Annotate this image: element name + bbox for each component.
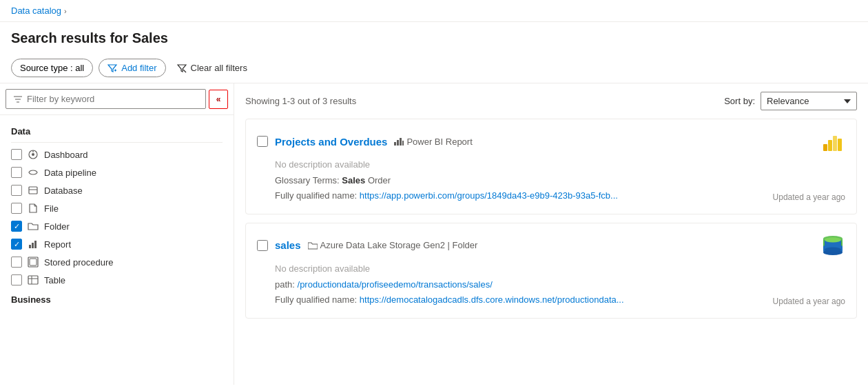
folder-icon xyxy=(28,221,39,232)
result-card-1-meta: Glossary Terms: Sales Order Fully qualif… xyxy=(275,174,845,204)
filter-bar: Source type : all Add filter Clear all f… xyxy=(0,53,868,83)
sidebar-checkbox-database[interactable] xyxy=(11,185,22,196)
result-card-2-description: No description available xyxy=(275,263,845,274)
funnel-clear-icon xyxy=(177,63,187,73)
svg-rect-12 xyxy=(30,259,37,265)
source-type-filter[interactable]: Source type : all xyxy=(11,59,93,77)
result-card-projects-overdues: Projects and Overdues Power BI Report xyxy=(245,119,857,214)
result-card-2-fqn-link[interactable]: https://democatalogadcadls.dfs.core.wind… xyxy=(360,294,624,305)
result-card-1-fqn-link[interactable]: https://app.powerbi.com/groups/1849da43-… xyxy=(360,190,618,201)
search-results-content: Showing 1-3 out of 3 results Sort by: Re… xyxy=(234,83,868,385)
result-card-2-type: Azure Data Lake Storage Gen2 | Folder xyxy=(308,240,478,250)
keyword-filter-icon xyxy=(13,94,23,104)
add-filter-button[interactable]: Add filter xyxy=(99,59,165,77)
table-icon xyxy=(28,274,39,285)
result-card-2-type-label: Azure Data Lake Storage Gen2 | Folder xyxy=(320,240,478,250)
main-layout: « Data Dashboard xyxy=(0,83,868,385)
source-type-label: Source type : all xyxy=(20,63,84,73)
clear-filters-label: Clear all filters xyxy=(191,63,247,73)
sidebar-checkbox-file[interactable] xyxy=(11,203,22,214)
result-card-1-description: No description available xyxy=(275,159,845,170)
result-card-1-fqn: Fully qualified name: https://app.powerb… xyxy=(275,188,845,204)
sidebar-item-label-datapipeline: Data pipeline xyxy=(44,168,96,178)
svg-point-4 xyxy=(32,153,34,156)
svg-rect-16 xyxy=(394,142,396,146)
result-card-1-asset-icon xyxy=(820,129,845,154)
keyword-input[interactable] xyxy=(27,94,198,104)
sidebar-item-label-file: File xyxy=(44,203,59,214)
result-card-2-meta: path: /productiondata/profiseedemo/trans… xyxy=(275,278,845,308)
svg-rect-21 xyxy=(828,140,832,151)
adls-asset-icon xyxy=(820,233,845,258)
folder-small-icon xyxy=(308,241,318,250)
sidebar-checkbox-report[interactable] xyxy=(11,239,22,250)
svg-rect-13 xyxy=(28,276,38,284)
svg-rect-17 xyxy=(397,140,399,146)
svg-line-2 xyxy=(183,70,186,72)
sidebar-section-business: Business xyxy=(0,289,234,308)
sidebar-item-label-database: Database xyxy=(44,186,83,196)
sidebar-section-title-business: Business xyxy=(0,289,234,308)
svg-rect-18 xyxy=(400,138,402,146)
result-card-1-checkbox[interactable] xyxy=(257,136,268,147)
sort-row: Sort by: Relevance Name Last modified xyxy=(724,92,857,110)
page-header: Search results for Sales xyxy=(0,22,868,53)
sidebar-item-dashboard[interactable]: Dashboard xyxy=(0,146,234,163)
sidebar-item-report[interactable]: Report xyxy=(0,235,234,253)
dashboard-icon xyxy=(28,149,39,160)
result-card-1-type-label: Power BI Report xyxy=(406,137,472,147)
sidebar-checkbox-folder[interactable] xyxy=(11,221,22,232)
result-card-2-asset-icon xyxy=(820,233,845,258)
result-card-2-header: sales Azure Data Lake Storage Gen2 | Fol… xyxy=(257,233,845,258)
sidebar-checkbox-storedprocedure[interactable] xyxy=(11,257,22,268)
sidebar-section-data: Data Dashboard Data pipeline xyxy=(0,121,234,289)
collapse-icon: « xyxy=(216,94,221,104)
sidebar-item-label-report: Report xyxy=(44,239,71,250)
result-card-1-type: Power BI Report xyxy=(394,137,472,147)
svg-rect-9 xyxy=(32,243,34,248)
result-card-2-title[interactable]: sales xyxy=(275,239,301,251)
sidebar-item-file[interactable]: File xyxy=(0,199,234,217)
result-card-1-header: Projects and Overdues Power BI Report xyxy=(257,129,845,154)
result-card-2-path: path: /productiondata/profiseedemo/trans… xyxy=(275,278,845,292)
result-card-1-title[interactable]: Projects and Overdues xyxy=(275,136,387,148)
result-card-2-updated: Updated a year ago xyxy=(773,295,845,308)
sidebar-checkbox-table[interactable] xyxy=(11,274,22,285)
breadcrumb-link[interactable]: Data catalog xyxy=(11,6,61,16)
sidebar-divider-data xyxy=(11,142,223,143)
funnel-plus-icon xyxy=(107,63,117,73)
sidebar-item-folder[interactable]: Folder xyxy=(0,217,234,235)
clear-filters-button[interactable]: Clear all filters xyxy=(172,59,253,77)
result-card-2-checkbox[interactable] xyxy=(257,240,268,251)
collapse-sidebar-button[interactable]: « xyxy=(209,90,228,109)
database-icon xyxy=(28,185,39,196)
results-header: Showing 1-3 out of 3 results Sort by: Re… xyxy=(245,92,857,110)
sidebar-item-label-folder: Folder xyxy=(44,221,70,232)
sidebar-item-label-storedprocedure: Stored procedure xyxy=(44,257,113,268)
sidebar-item-datapipeline[interactable]: Data pipeline xyxy=(0,163,234,181)
storedprocedure-icon xyxy=(28,257,39,268)
sidebar-item-database[interactable]: Database xyxy=(0,181,234,199)
sidebar-item-label-table: Table xyxy=(44,275,65,285)
result-card-2-path-link[interactable]: /productiondata/profiseedemo/transaction… xyxy=(298,279,493,290)
svg-rect-10 xyxy=(34,241,37,248)
sidebar-checkbox-datapipeline[interactable] xyxy=(11,167,22,178)
svg-point-33 xyxy=(825,237,841,242)
svg-rect-23 xyxy=(838,139,842,151)
sidebar-item-table[interactable]: Table xyxy=(0,271,234,289)
svg-rect-8 xyxy=(29,245,31,248)
sort-select[interactable]: Relevance Name Last modified xyxy=(761,92,857,110)
result-card-1-glossary: Glossary Terms: Sales Order xyxy=(275,174,845,188)
file-icon xyxy=(28,203,39,214)
result-card-1-glossary-bold: Sales xyxy=(342,175,365,186)
bar-chart-icon xyxy=(394,137,404,146)
add-filter-label: Add filter xyxy=(121,63,156,73)
keyword-input-wrapper xyxy=(6,89,206,109)
sidebar-item-storedprocedure[interactable]: Stored procedure xyxy=(0,253,234,271)
sort-label: Sort by: xyxy=(724,96,755,106)
sidebar-item-label-dashboard: Dashboard xyxy=(44,150,88,160)
sidebar-checkbox-dashboard[interactable] xyxy=(11,149,22,160)
powerbi-asset-icon xyxy=(820,129,845,154)
sidebar-search-row: « xyxy=(0,83,234,115)
result-card-2-fqn-text: Fully qualified name: https://democatalo… xyxy=(275,293,624,308)
